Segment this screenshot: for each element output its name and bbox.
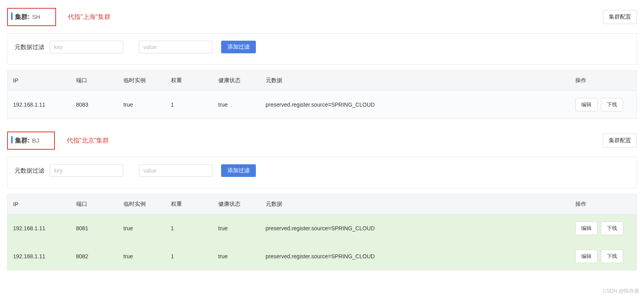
cell-weight: 1 xyxy=(165,214,213,242)
filter-key-input[interactable] xyxy=(50,164,123,177)
offline-button[interactable]: 下线 xyxy=(601,222,623,235)
col-port: 端口 xyxy=(71,194,118,214)
cluster-header: 集群: BJ 代指"北京"集群 集群配置 xyxy=(7,131,637,150)
offline-button[interactable]: 下线 xyxy=(601,98,623,111)
cluster-label: 集群: xyxy=(15,13,30,21)
cluster-annotation: 代指"上海"集群 xyxy=(68,13,110,21)
col-weight: 权重 xyxy=(165,194,213,214)
cluster-config-button[interactable]: 集群配置 xyxy=(603,133,637,148)
cell-port: 8082 xyxy=(71,242,118,271)
col-weight: 权重 xyxy=(165,71,213,91)
col-ops: 操作 xyxy=(570,71,637,91)
cluster-annotation: 代指"北京"集群 xyxy=(67,137,109,145)
offline-button[interactable]: 下线 xyxy=(601,250,623,263)
cell-meta: preserved.register.source=SPRING_CLOUD xyxy=(260,242,570,271)
cell-ip: 192.168.1.11 xyxy=(8,242,71,271)
filter-value-input[interactable] xyxy=(139,164,212,177)
col-ip: IP xyxy=(8,194,71,214)
filter-key-input[interactable] xyxy=(50,41,123,53)
cluster-label: 集群: xyxy=(15,137,30,145)
col-port: 端口 xyxy=(71,71,118,91)
cell-temp: true xyxy=(118,242,165,271)
instance-table: IP 端口 临时实例 权重 健康状态 元数据 操作 192.168.1.11 8… xyxy=(7,194,637,271)
filter-label: 元数据过滤 xyxy=(15,43,44,51)
edit-button[interactable]: 编辑 xyxy=(575,98,597,111)
cell-ops: 编辑 下线 xyxy=(570,242,637,271)
cell-weight: 1 xyxy=(165,242,213,271)
cell-health: true xyxy=(213,91,260,119)
table-row: 192.168.1.11 8081 true 1 true preserved.… xyxy=(8,214,637,242)
col-ops: 操作 xyxy=(570,194,637,214)
cell-port: 8083 xyxy=(71,91,118,119)
cell-health: true xyxy=(213,214,260,242)
table-row: 192.168.1.11 8083 true 1 true preserved.… xyxy=(8,91,637,119)
metadata-filter-panel: 元数据过滤 添加过滤 xyxy=(7,157,637,188)
cluster-header: 集群: SH 代指"上海"集群 集群配置 xyxy=(7,7,637,27)
filter-label: 元数据过滤 xyxy=(15,167,44,175)
cell-ip: 192.168.1.11 xyxy=(8,214,71,242)
col-meta: 元数据 xyxy=(260,194,570,214)
metadata-filter-panel: 元数据过滤 添加过滤 xyxy=(7,33,637,65)
table-row: 192.168.1.11 8082 true 1 true preserved.… xyxy=(8,242,637,271)
title-bar-icon xyxy=(11,136,13,143)
cell-weight: 1 xyxy=(165,91,213,119)
cell-temp: true xyxy=(118,214,165,242)
cell-port: 8081 xyxy=(71,214,118,242)
instance-table: IP 端口 临时实例 权重 健康状态 元数据 操作 192.168.1.11 8… xyxy=(7,70,637,119)
cell-ops: 编辑 下线 xyxy=(570,91,637,119)
cell-meta: preserved.register.source=SPRING_CLOUD xyxy=(260,91,570,119)
cluster-block: 集群: BJ 代指"北京"集群 集群配置 元数据过滤 添加过滤 IP 端口 临时… xyxy=(7,131,637,271)
table-header-row: IP 端口 临时实例 权重 健康状态 元数据 操作 xyxy=(8,194,637,214)
cell-ip: 192.168.1.11 xyxy=(8,91,71,119)
table-header-row: IP 端口 临时实例 权重 健康状态 元数据 操作 xyxy=(8,71,637,91)
title-bar-icon xyxy=(11,13,13,20)
cell-meta: preserved.register.source=SPRING_CLOUD xyxy=(260,214,570,242)
filter-value-input[interactable] xyxy=(139,41,212,53)
cluster-code: SH xyxy=(32,13,40,20)
cluster-title-box: 集群: BJ xyxy=(7,132,55,150)
cluster-block: 集群: SH 代指"上海"集群 集群配置 元数据过滤 添加过滤 IP 端口 临时… xyxy=(7,7,637,119)
edit-button[interactable]: 编辑 xyxy=(575,222,597,235)
cluster-title-box: 集群: SH xyxy=(7,8,56,26)
col-meta: 元数据 xyxy=(260,71,570,91)
col-temp: 临时实例 xyxy=(118,194,165,214)
col-health: 健康状态 xyxy=(213,71,260,91)
edit-button[interactable]: 编辑 xyxy=(575,250,597,263)
cell-ops: 编辑 下线 xyxy=(570,214,637,242)
col-temp: 临时实例 xyxy=(118,71,165,91)
col-health: 健康状态 xyxy=(213,194,260,214)
cluster-code: BJ xyxy=(32,137,39,144)
cell-temp: true xyxy=(118,91,165,119)
add-filter-button[interactable]: 添加过滤 xyxy=(221,164,256,177)
cluster-config-button[interactable]: 集群配置 xyxy=(603,10,637,24)
add-filter-button[interactable]: 添加过滤 xyxy=(221,41,256,53)
col-ip: IP xyxy=(8,71,71,91)
cell-health: true xyxy=(213,242,260,271)
